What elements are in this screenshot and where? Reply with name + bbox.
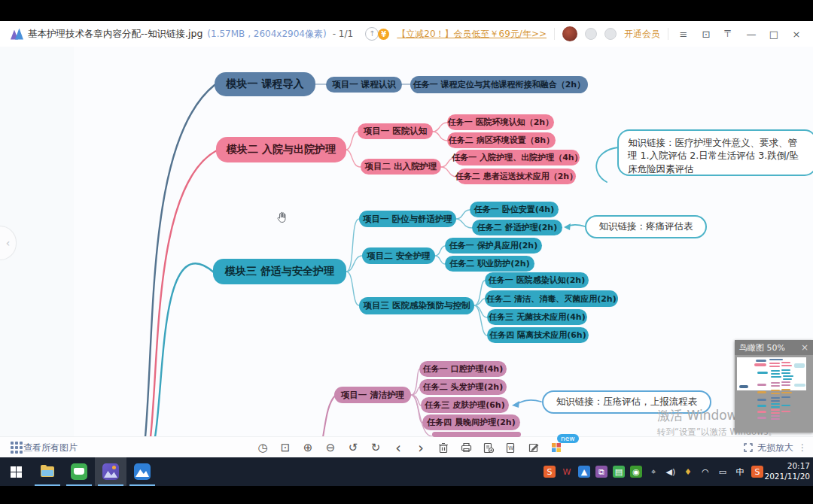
- mindmap-node-m2p2t2: 任务二 患者运送技术应用（2h）: [457, 169, 576, 184]
- rotate-left-button[interactable]: ↺: [346, 441, 360, 454]
- folder-icon: [41, 466, 54, 477]
- medal-icon: [604, 28, 617, 40]
- mindmap-node-m3p1t2: 任务二 舒适护理(2h): [472, 220, 562, 235]
- actual-size-button[interactable]: ◷: [256, 441, 269, 454]
- maximize-button[interactable]: □: [766, 29, 781, 40]
- next-image-button[interactable]: ›: [414, 441, 428, 454]
- rotate-right-button[interactable]: ↻: [369, 441, 382, 454]
- svg-text:W: W: [508, 445, 513, 451]
- medal-icon: [585, 28, 597, 40]
- sogou-tray-icon[interactable]: S: [751, 466, 763, 478]
- mindmap-node-m4p1t1: 任务一 口腔护理(4h): [419, 361, 507, 377]
- mindmap-node-m3p2: 项目二 安全护理: [362, 247, 435, 264]
- taskbar-blue-viewer-app[interactable]: [126, 457, 158, 486]
- mindmap-node-m3p3t3: 任务三 无菌技术应用(4h): [487, 309, 587, 325]
- lossless-zoom-button[interactable]: 无损放大: [757, 442, 793, 454]
- start-button[interactable]: [0, 457, 32, 486]
- system-tray: SW▲⧉▤◉⌖◀)♦◠▭中S: [544, 457, 763, 486]
- mindmap-node-m3p2t1: 任务一 保护具应用(2h): [445, 238, 542, 254]
- wps-icon[interactable]: W: [561, 466, 573, 478]
- hand-cursor-icon: [276, 211, 290, 228]
- mindmap-node-m3p1t1: 任务一 卧位安置(4h): [470, 202, 559, 217]
- zoom-in-button[interactable]: ⊕: [301, 441, 315, 454]
- taskbar-clock[interactable]: 20:17 2021/11/20: [764, 457, 810, 486]
- minimize-button[interactable]: —: [744, 29, 759, 40]
- grid-icon: [11, 446, 14, 449]
- new-badge: new: [557, 434, 579, 443]
- mindmap-node-m2p1t1: 任务一 医院环境认知（2h）: [447, 114, 554, 130]
- app-logo-icon: [11, 29, 23, 40]
- mindmap-node-m3: 模块三 舒适与安全护理: [213, 259, 346, 284]
- taskbar-file-explorer[interactable]: [32, 457, 63, 486]
- taskbar-screencast-app[interactable]: [63, 457, 95, 486]
- image-viewer-icon: [102, 463, 119, 480]
- tray-date: 2021/11/20: [764, 472, 810, 482]
- mindmap-node-kl2: 知识链接：疼痛评估表: [585, 215, 707, 238]
- fullscreen-icon[interactable]: ⊡: [699, 29, 714, 40]
- taskbar-image-viewer[interactable]: [95, 457, 126, 486]
- close-button[interactable]: ×: [789, 29, 804, 40]
- mindmap-node-m3p3: 项目三 医院感染预防与控制: [359, 297, 474, 314]
- mindmap-node-m1p1t1: 任务一 课程定位与其他课程衔接和融合（2h）: [410, 76, 588, 93]
- birdseye-thumbnail[interactable]: [735, 355, 813, 433]
- viewer-titlebar: 基本护理技术各章内容分配--知识链接.jpg (1.57MB , 2604x29…: [0, 21, 813, 47]
- close-icon[interactable]: ×: [801, 342, 808, 353]
- image-canvas[interactable]: [0, 47, 813, 436]
- view-all-images-button[interactable]: 查看所有图片: [9, 442, 78, 454]
- mindmap-node-m2: 模块二 入院与出院护理: [216, 137, 346, 162]
- mindmap-node-m3p1: 项目一 卧位与舒适护理: [359, 211, 456, 227]
- wifi-icon[interactable]: ◠: [699, 466, 711, 478]
- coin-icon: ¥: [378, 29, 389, 40]
- windows-logo-icon: [11, 466, 22, 478]
- export-word-button[interactable]: W: [504, 441, 518, 454]
- pin-icon[interactable]: 〒: [721, 27, 736, 41]
- top-letterbox: [0, 0, 813, 21]
- volume-icon[interactable]: ◀): [665, 466, 677, 478]
- misc-app-icon[interactable]: ♦: [682, 466, 694, 478]
- print-button[interactable]: [459, 441, 473, 454]
- vip-promo-link[interactable]: 【立减20！】会员低至￥69元/年>>: [397, 28, 547, 41]
- more-tools-button[interactable]: new: [550, 441, 563, 454]
- zoom-out-button[interactable]: ⊖: [324, 441, 337, 454]
- mindmap-node-m4p1t2: 任务二 头发护理(2h): [419, 379, 507, 395]
- battery-icon[interactable]: ▭: [717, 466, 729, 478]
- fit-screen-button[interactable]: ⊡: [279, 441, 292, 454]
- birdseye-panel: 鸟瞰图 50% ×: [735, 340, 813, 433]
- bottom-letterbox: [0, 486, 813, 504]
- image-filename: 基本护理技术各章内容分配--知识链接.jpg: [28, 28, 202, 41]
- birdseye-title: 鸟瞰图 50%: [739, 342, 785, 354]
- mindmap-node-m1: 模块一 课程导入: [215, 72, 315, 96]
- menu-icon[interactable]: ≡: [676, 29, 691, 40]
- mindmap-node-m3p3t1: 任务一 医院感染认知(2h): [485, 272, 589, 288]
- image-meta: (1.57MB , 2604x2904像素): [207, 28, 326, 41]
- lossless-zoom-icon: [744, 443, 753, 452]
- tray-time: 20:17: [764, 461, 810, 472]
- ime-icon[interactable]: 中: [734, 466, 746, 478]
- birdseye-header[interactable]: 鸟瞰图 50% ×: [735, 340, 813, 355]
- upload-icon[interactable]: ↑: [365, 27, 379, 41]
- mindmap-node-m1p1: 项目一 课程认识: [326, 77, 402, 93]
- open-membership-link[interactable]: 开通会员: [624, 28, 660, 41]
- user-avatar[interactable]: [562, 26, 577, 41]
- mindmap-node-m4p1t3: 任务三 皮肤护理(6h): [421, 397, 509, 413]
- export-pdf-button[interactable]: [482, 441, 495, 454]
- edit-button[interactable]: [527, 441, 540, 454]
- mindmap-node-m2p1: 项目一 医院认知: [358, 123, 433, 139]
- nvidia-icon[interactable]: ◉: [630, 466, 642, 478]
- mindmap-node-kl1: 知识链接：医疗护理文件意义、要求、管理 1.入院评估 2.日常生活评估 3.跌倒…: [617, 129, 813, 176]
- prev-image-button[interactable]: ‹: [391, 441, 405, 454]
- desktop-screen: 基本护理技术各章内容分配--知识链接.jpg (1.57MB , 2604x29…: [0, 0, 813, 504]
- more-options-icon[interactable]: ⋮: [798, 442, 807, 453]
- divider: [668, 28, 668, 40]
- mindmap-node-m2p1t2: 任务二 病区环境设置（8h）: [447, 132, 556, 148]
- sogou-input-icon[interactable]: S: [544, 466, 556, 478]
- mindmap-node-m2p2: 项目二 出入院护理: [361, 159, 441, 175]
- satellite-icon[interactable]: ⌖: [647, 466, 659, 478]
- crop-tool-icon[interactable]: ⧉: [595, 466, 607, 478]
- photo-app-icon[interactable]: ▲: [578, 466, 590, 478]
- blue-mountain-icon: [134, 463, 151, 480]
- delete-button[interactable]: [437, 441, 450, 454]
- screen-cast-icon[interactable]: ▤: [613, 466, 625, 478]
- mindmap-node-m3p2t2: 任务二 职业防护(2h): [445, 256, 534, 272]
- image-page-indicator: - 1/1: [333, 29, 353, 39]
